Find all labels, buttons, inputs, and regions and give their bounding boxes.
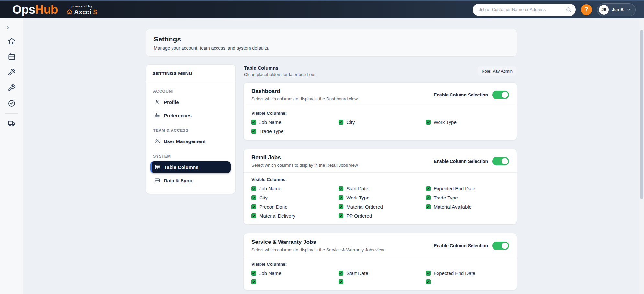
columns-grid: Job Name Start Date Expected End Date — [251, 270, 509, 284]
checkbox-checked-icon[interactable] — [251, 204, 256, 209]
column-checkbox-item[interactable]: Job Name — [251, 270, 335, 276]
card-subtitle: Select which columns to display in the R… — [251, 163, 358, 168]
column-label: Start Date — [346, 186, 368, 191]
checkbox-checked-icon[interactable] — [251, 186, 256, 191]
checkbox-checked-icon[interactable] — [339, 279, 343, 284]
sidebar-expand-toggle[interactable] — [5, 24, 12, 32]
sidebar-divider — [5, 113, 18, 114]
column-label: City — [346, 119, 355, 125]
sidebar-item-jobs[interactable] — [0, 65, 23, 80]
column-checkbox-item[interactable]: Trade Type — [251, 129, 335, 134]
column-checkbox-item[interactable]: Start Date — [339, 186, 422, 191]
sidebar-item-service[interactable] — [0, 80, 23, 96]
check-circle-icon — [8, 99, 16, 108]
checkbox-checked-icon[interactable] — [426, 186, 431, 191]
column-checkbox-item[interactable]: Work Type — [426, 119, 509, 125]
column-checkbox-item[interactable] — [426, 279, 509, 284]
checkbox-checked-icon[interactable] — [339, 213, 343, 218]
checkbox-checked-icon[interactable] — [339, 120, 343, 125]
enable-column-selection-toggle[interactable] — [492, 91, 509, 99]
brand-name-white: Axcci — [74, 9, 91, 15]
sidebar-item-home[interactable] — [0, 34, 23, 49]
sidebar-item-deliveries[interactable] — [0, 116, 23, 131]
users-icon — [154, 138, 160, 144]
column-settings-card: Service & Warranty Jobs Select which col… — [243, 233, 517, 290]
checkbox-checked-icon[interactable] — [426, 279, 431, 284]
column-checkbox-item[interactable]: Work Type — [339, 195, 422, 200]
column-checkbox-item[interactable]: Precon Done — [251, 204, 335, 209]
column-label: Precon Done — [259, 204, 288, 209]
column-checkbox-item[interactable]: Material Available — [426, 204, 509, 209]
menu-item-preferences[interactable]: Preferences — [150, 109, 231, 121]
checkbox-checked-icon[interactable] — [251, 279, 256, 284]
powered-by-label: powered by — [71, 4, 92, 8]
column-checkbox-item[interactable]: City — [251, 195, 335, 200]
search-input[interactable] — [473, 4, 576, 16]
toggle-knob — [502, 243, 508, 249]
app-logo: OpsHub — [12, 4, 58, 16]
scrollbar-track[interactable] — [639, 18, 644, 294]
checkbox-checked-icon[interactable] — [426, 120, 431, 125]
column-checkbox-item[interactable]: Trade Type — [426, 195, 509, 200]
column-checkbox-item[interactable]: Expected End Date — [426, 270, 509, 276]
column-checkbox-item[interactable]: Job Name — [251, 186, 335, 191]
menu-item-table-columns[interactable]: Table Columns — [150, 161, 231, 173]
checkbox-checked-icon[interactable] — [339, 195, 343, 200]
column-label: Work Type — [434, 119, 457, 125]
hard-drive-icon — [154, 177, 160, 183]
settings-menu-sections: ACCOUNT Profile Preferences TEAM & ACCES… — [146, 81, 235, 194]
table-icon — [155, 164, 161, 170]
home-icon — [8, 37, 16, 46]
checkbox-checked-icon[interactable] — [426, 204, 431, 209]
checkbox-checked-icon[interactable] — [251, 271, 256, 276]
checkbox-checked-icon[interactable] — [426, 271, 431, 276]
sidebar-item-approvals[interactable] — [0, 96, 23, 111]
checkbox-checked-icon[interactable] — [251, 120, 256, 125]
logo-hub-text: Hub — [35, 4, 58, 16]
checkbox-checked-icon[interactable] — [251, 213, 256, 218]
column-checkbox-item[interactable]: Start Date — [339, 270, 422, 276]
page-subtitle: Manage your account, team access, and sy… — [154, 45, 509, 51]
column-checkbox-item[interactable]: Material Delivery — [251, 213, 335, 219]
menu-item-data-sync[interactable]: Data & Sync — [150, 175, 231, 186]
top-bar: OpsHub powered by AxcciS ? JB Jen B — [0, 0, 644, 18]
menu-item-user-management[interactable]: User Management — [150, 135, 231, 147]
column-label: City — [259, 195, 268, 200]
enable-column-selection-toggle[interactable] — [492, 157, 509, 165]
scrollbar-thumb[interactable] — [640, 30, 643, 199]
column-checkbox-item[interactable]: City — [339, 119, 422, 125]
help-button[interactable]: ? — [581, 4, 592, 15]
checkbox-checked-icon[interactable] — [426, 195, 431, 200]
sidebar-item-calendar[interactable] — [0, 49, 23, 65]
search-icon[interactable] — [566, 7, 572, 14]
column-label: Trade Type — [434, 195, 458, 200]
column-label: Work Type — [346, 195, 369, 200]
column-label: Job Name — [259, 270, 281, 276]
app-root: OpsHub powered by AxcciS ? JB Jen B — [0, 0, 644, 294]
card-title: Service & Warranty Jobs — [251, 239, 384, 245]
column-checkbox-item[interactable]: Material Ordered — [339, 204, 422, 209]
checkbox-checked-icon[interactable] — [251, 195, 256, 200]
global-search — [473, 4, 576, 16]
checkbox-checked-icon[interactable] — [251, 129, 256, 134]
column-checkbox-item[interactable] — [251, 279, 335, 284]
toggle-knob — [502, 158, 508, 164]
checkbox-checked-icon[interactable] — [339, 204, 343, 209]
checkbox-checked-icon[interactable] — [339, 271, 343, 276]
role-badge: Role: Pay Admin — [478, 66, 516, 76]
column-checkbox-item[interactable]: PP Ordered — [339, 213, 422, 219]
settings-menu-card: SETTINGS MENU ACCOUNT Profile Preference… — [146, 64, 236, 194]
columns-grid: Job Name City Work Type Trade Type — [251, 119, 509, 134]
user-icon — [154, 99, 160, 105]
column-checkbox-item[interactable] — [339, 279, 422, 284]
menu-section: ACCOUNT Profile Preferences — [150, 89, 231, 121]
card-title: Retail Jobs — [251, 154, 358, 161]
menu-item-profile[interactable]: Profile — [150, 96, 231, 108]
column-checkbox-item[interactable]: Job Name — [251, 119, 335, 125]
user-menu[interactable]: JB Jen B — [597, 3, 636, 16]
checkbox-checked-icon[interactable] — [339, 186, 343, 191]
column-label: Expected End Date — [434, 186, 475, 191]
enable-column-selection-toggle[interactable] — [492, 242, 509, 250]
column-checkbox-item[interactable]: Expected End Date — [426, 186, 509, 191]
menu-section-label: SYSTEM — [153, 154, 228, 159]
